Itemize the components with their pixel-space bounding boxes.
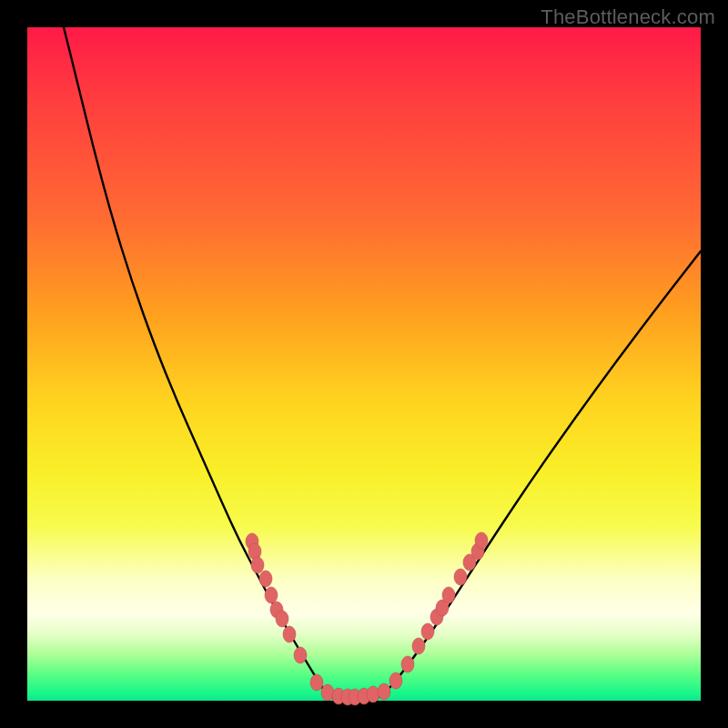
marker-dot	[310, 674, 323, 691]
marker-dot	[294, 647, 307, 663]
chart-frame: TheBottleneck.com	[0, 0, 728, 728]
marker-dot	[283, 626, 296, 642]
marker-dot	[442, 587, 455, 603]
marker-dot	[421, 623, 434, 640]
marker-dot	[454, 569, 467, 585]
marker-dot	[412, 638, 425, 654]
watermark-text: TheBottleneck.com	[541, 5, 715, 29]
marker-dot	[265, 587, 278, 603]
marker-dot	[367, 686, 379, 703]
marker-dot	[401, 656, 414, 672]
marker-dot	[321, 684, 334, 701]
curve-layer	[27, 27, 701, 701]
plot-area	[27, 27, 701, 701]
marker-dot	[378, 683, 390, 700]
marker-dot	[276, 611, 288, 627]
marker-group	[246, 532, 488, 705]
marker-dot	[475, 532, 488, 549]
marker-dot	[251, 557, 264, 573]
marker-dot	[259, 571, 272, 587]
curve-left-branch	[64, 27, 328, 696]
marker-dot	[389, 672, 402, 689]
